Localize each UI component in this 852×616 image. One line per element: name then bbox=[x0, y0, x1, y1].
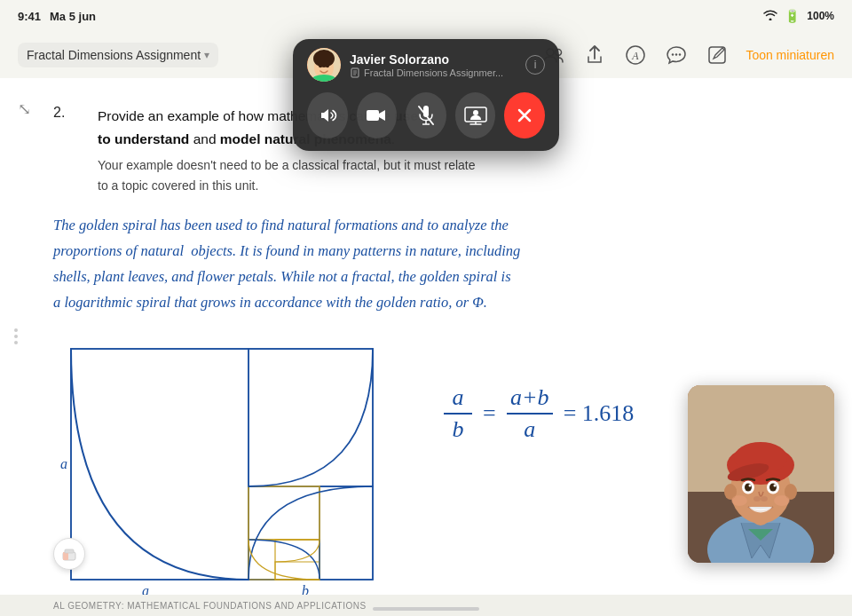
collapse-icon[interactable]: ⤡ bbox=[18, 99, 31, 119]
formula-num-aplusb: a+b bbox=[510, 384, 549, 413]
status-left: 9:41 Ma 5 jun bbox=[18, 10, 96, 23]
svg-point-61 bbox=[774, 495, 790, 506]
facetime-video-button[interactable] bbox=[357, 92, 398, 138]
svg-point-4 bbox=[672, 53, 674, 55]
formula-equals2: = 1.618 bbox=[564, 400, 635, 427]
facetime-info-button[interactable]: i bbox=[525, 55, 545, 75]
facetime-overlay: Javier Solorzano Fractal Dimensions Assi… bbox=[293, 39, 559, 151]
svg-point-57 bbox=[774, 485, 777, 487]
facetime-end-button[interactable] bbox=[504, 92, 545, 138]
share-icon[interactable] bbox=[582, 43, 607, 67]
svg-text:A: A bbox=[632, 50, 640, 62]
facetime-name: Javier Solorzano bbox=[350, 52, 517, 67]
formula-den-a: a bbox=[524, 415, 535, 443]
facetime-speaker-button[interactable] bbox=[307, 92, 348, 138]
svg-point-59 bbox=[761, 496, 768, 501]
svg-point-26 bbox=[319, 64, 322, 67]
status-day: Ma 5 jun bbox=[50, 10, 96, 23]
wifi-icon bbox=[763, 10, 777, 23]
toon-miniaturen-button[interactable]: Toon miniaturen bbox=[746, 48, 834, 62]
facetime-header: Javier Solorzano Fractal Dimensions Assi… bbox=[307, 48, 545, 82]
status-right: 🔋 100% bbox=[763, 9, 834, 23]
question-number: 2. bbox=[53, 105, 80, 195]
facetime-subtitle: Fractal Dimensions Assignmer... bbox=[350, 67, 517, 78]
question-subtext: Your example doesn't need to be a classi… bbox=[98, 155, 476, 195]
svg-point-58 bbox=[753, 496, 761, 501]
battery-icon: 🔋 bbox=[785, 9, 800, 23]
svg-rect-16 bbox=[275, 562, 320, 580]
bottom-text: AL GEOMETRY: MATHEMATICAL FOUNDATIONS AN… bbox=[53, 601, 367, 611]
svg-point-27 bbox=[326, 64, 329, 67]
svg-point-39 bbox=[473, 110, 478, 115]
page-dot bbox=[14, 335, 18, 338]
bubble-icon[interactable] bbox=[664, 43, 689, 67]
svg-point-25 bbox=[313, 50, 335, 67]
chevron-down-icon: ▾ bbox=[204, 49, 209, 61]
svg-rect-33 bbox=[367, 110, 379, 121]
svg-point-56 bbox=[749, 485, 752, 487]
spiral-svg: a a b bbox=[53, 331, 408, 595]
facetime-mute-button[interactable] bbox=[406, 92, 446, 138]
eraser-tool[interactable] bbox=[53, 538, 85, 570]
svg-text:b: b bbox=[302, 583, 309, 595]
status-time: 9:41 bbox=[18, 10, 41, 23]
svg-text:a: a bbox=[142, 583, 149, 595]
svg-rect-11 bbox=[248, 486, 373, 580]
svg-text:a: a bbox=[60, 456, 67, 471]
camera-person bbox=[688, 385, 834, 563]
svg-rect-22 bbox=[65, 549, 74, 553]
home-indicator bbox=[373, 607, 479, 611]
facetime-avatar bbox=[307, 48, 341, 82]
handwritten-answer: The golden spiral has been used to find … bbox=[53, 209, 799, 320]
doc-title[interactable]: Fractal Dimensions Assignment ▾ bbox=[18, 43, 218, 67]
page-dot bbox=[14, 341, 18, 344]
facetime-screen-share-button[interactable] bbox=[455, 92, 496, 138]
svg-rect-9 bbox=[71, 349, 248, 580]
facetime-controls bbox=[307, 92, 545, 138]
bottom-bar: AL GEOMETRY: MATHEMATICAL FOUNDATIONS AN… bbox=[0, 595, 852, 616]
battery-level: 100% bbox=[807, 10, 834, 22]
formula-num-a: a bbox=[453, 384, 464, 413]
doc-icon bbox=[350, 67, 360, 78]
handwritten-text: The golden spiral has been used to find … bbox=[53, 213, 799, 316]
status-bar: 9:41 Ma 5 jun 🔋 100% bbox=[0, 0, 852, 32]
svg-rect-14 bbox=[248, 540, 320, 580]
facetime-info: Javier Solorzano Fractal Dimensions Assi… bbox=[350, 52, 517, 78]
facetime-subtitle-text: Fractal Dimensions Assignmer... bbox=[364, 67, 503, 78]
svg-point-6 bbox=[679, 53, 681, 55]
pencil-a-icon[interactable]: A bbox=[623, 43, 648, 67]
camera-preview bbox=[688, 385, 834, 563]
edit-icon[interactable] bbox=[705, 43, 730, 67]
formula-equals1: = bbox=[483, 400, 496, 427]
toolbar-right: A Toon miniaturen bbox=[541, 43, 834, 67]
svg-rect-10 bbox=[248, 349, 373, 486]
svg-point-60 bbox=[731, 495, 747, 506]
svg-rect-7 bbox=[709, 47, 725, 63]
drawing-area: a a b a b = a+b a = 1. bbox=[53, 331, 799, 595]
svg-point-5 bbox=[675, 53, 677, 55]
formula-den-b: b bbox=[453, 415, 464, 443]
doc-title-text: Fractal Dimensions Assignment bbox=[27, 48, 201, 62]
spiral-diagram: a a b bbox=[53, 331, 408, 595]
page-indicator bbox=[14, 328, 18, 344]
page-dot bbox=[14, 328, 18, 332]
question-text-mid: and bbox=[189, 131, 219, 146]
person-svg bbox=[688, 385, 834, 563]
